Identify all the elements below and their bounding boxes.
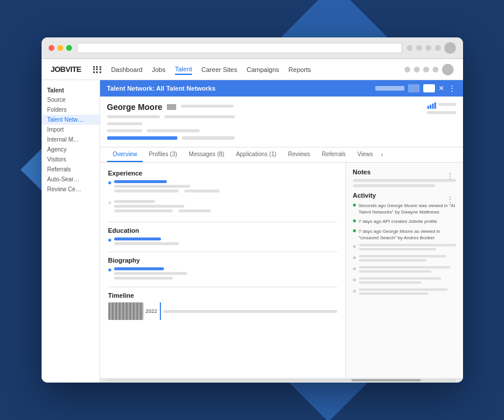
act-ph-8: [359, 281, 422, 284]
tab-more-icon[interactable]: ›: [379, 148, 385, 161]
grid-dot: [93, 66, 95, 68]
left-content-panel: Experience: [100, 163, 346, 378]
nav-dot-3: [423, 67, 429, 73]
header-view-btn-2[interactable]: [423, 84, 435, 92]
sidebar-item-folders[interactable]: Folders: [42, 105, 100, 115]
act-ph-1: [359, 244, 456, 246]
activity-dot-2: [353, 219, 356, 222]
grid-dot: [100, 66, 101, 68]
sidebar-item-visitors[interactable]: Visitors: [42, 154, 100, 164]
scrollbar-thumb[interactable]: [351, 379, 421, 381]
timeline-image: [108, 302, 143, 320]
activity-dot-5: [353, 256, 356, 259]
nav-circle-2: [416, 45, 422, 51]
activity-dot-7: [353, 278, 356, 281]
ph2: [164, 115, 235, 118]
profile-top-row: George Moore: [107, 102, 456, 142]
exp-row-2: [114, 209, 337, 215]
tab-reviews[interactable]: Reviews: [282, 147, 316, 162]
stats-ph: [438, 103, 456, 106]
content-header-title: Talent Network: All Talent Networks: [107, 85, 216, 92]
header-more-icon[interactable]: ⋮: [448, 84, 456, 93]
nav-talent[interactable]: Talent: [175, 64, 192, 75]
profile-line-3: [107, 129, 427, 135]
header-search-bar[interactable]: [375, 86, 404, 91]
nav-career-sites[interactable]: Career Sites: [201, 65, 237, 74]
grid-dot: [100, 71, 101, 73]
timeline-bar: 2022: [108, 302, 337, 320]
signal-bars-icon: [427, 102, 436, 109]
timeline-placeholder: [163, 310, 337, 313]
nav-dot-2: [414, 67, 420, 73]
header-view-btn-1[interactable]: [408, 84, 420, 92]
sidebar-item-review-center[interactable]: Review Ce…: [42, 184, 100, 194]
nav-dashboard[interactable]: Dashboard: [111, 65, 143, 74]
sidebar-item-import[interactable]: Import: [42, 125, 100, 135]
profile-left-info: George Moore: [107, 102, 427, 142]
profile-title-ph: [181, 105, 234, 108]
sidebar-item-agency[interactable]: Agency: [42, 144, 100, 154]
timeline-year: 2022: [146, 308, 157, 314]
browser-chrome: [42, 37, 463, 59]
notes-title: Notes: [353, 168, 456, 175]
ph-blue-btn[interactable]: [107, 136, 177, 140]
activity-ph-block-4: [359, 277, 456, 285]
ph3: [107, 122, 142, 125]
activity-dot-1: [353, 204, 356, 206]
activity-text-1: Seconds ago George Moore was viewed in "…: [359, 202, 456, 215]
tab-messages[interactable]: Messages (8): [183, 147, 231, 162]
content-area: Talent Network: All Talent Networks ✕ ⋮ …: [100, 80, 463, 383]
activity-more-icon[interactable]: ⋮: [447, 195, 454, 204]
act-ph-9: [359, 288, 448, 291]
tab-views[interactable]: Views: [351, 147, 379, 162]
activity-ph-block-5: [359, 288, 456, 297]
tab-applications[interactable]: Applications (1): [230, 147, 282, 162]
activity-ph-block-2: [359, 255, 456, 263]
bio-line-1: [114, 272, 187, 275]
maximize-dot[interactable]: [66, 45, 72, 51]
nav-reports[interactable]: Reports: [289, 65, 311, 74]
bio-bullet: [108, 268, 111, 271]
sidebar-item-referrals[interactable]: Referrals: [42, 164, 100, 174]
nav-dot-1: [404, 67, 410, 73]
notes-more-icon[interactable]: ⋮: [447, 172, 454, 180]
scrollbar-track[interactable]: [107, 379, 456, 381]
sidebar-item-talent-networks[interactable]: Talent Netw…: [42, 115, 100, 125]
header-close-icon[interactable]: ✕: [438, 84, 444, 92]
tab-overview[interactable]: Overview: [107, 147, 143, 162]
app-grid-icon[interactable]: [93, 66, 102, 73]
timeline-section: 2022: [108, 302, 337, 320]
nav-campaigns[interactable]: Campaigns: [246, 65, 279, 74]
divider-3: [108, 287, 337, 287]
sidebar-item-internal-mobility[interactable]: Internal M…: [42, 135, 100, 144]
act-ph-5: [359, 266, 451, 268]
education-heading: Education: [108, 227, 337, 234]
act-ph-3: [359, 255, 446, 257]
exp-ph-1: [114, 190, 179, 192]
bio-line-2: [114, 277, 173, 280]
sidebar-item-source[interactable]: Source: [42, 95, 100, 105]
divider-1: [108, 222, 337, 222]
activity-ph-block-1: [359, 244, 456, 252]
user-avatar-nav[interactable]: [442, 64, 454, 75]
tab-profiles[interactable]: Profiles (3): [143, 147, 183, 162]
profile-badge: [167, 104, 176, 110]
exp-bullet-1: [108, 181, 111, 184]
header-controls: ✕ ⋮: [375, 84, 456, 93]
profile-right-controls: [427, 102, 456, 116]
address-bar[interactable]: [77, 43, 402, 53]
activity-item-1: Seconds ago George Moore was viewed in "…: [353, 202, 456, 215]
sidebar-item-auto-search[interactable]: Auto-Sear…: [42, 174, 100, 184]
close-dot[interactable]: [49, 45, 54, 51]
tab-referrals[interactable]: Referrals: [316, 147, 352, 162]
act-ph-7: [359, 277, 441, 280]
grid-dot: [96, 66, 98, 68]
activity-dot-8: [353, 290, 356, 292]
profile-line-4: [107, 136, 427, 142]
minimize-dot[interactable]: [57, 45, 63, 51]
two-column-content: Experience: [100, 163, 463, 378]
biography-heading: Biography: [108, 257, 337, 264]
nav-jobs[interactable]: Jobs: [152, 65, 165, 74]
content-header-bar: Talent Network: All Talent Networks ✕ ⋮: [100, 80, 463, 97]
activity-ph-block-3: [359, 266, 456, 274]
